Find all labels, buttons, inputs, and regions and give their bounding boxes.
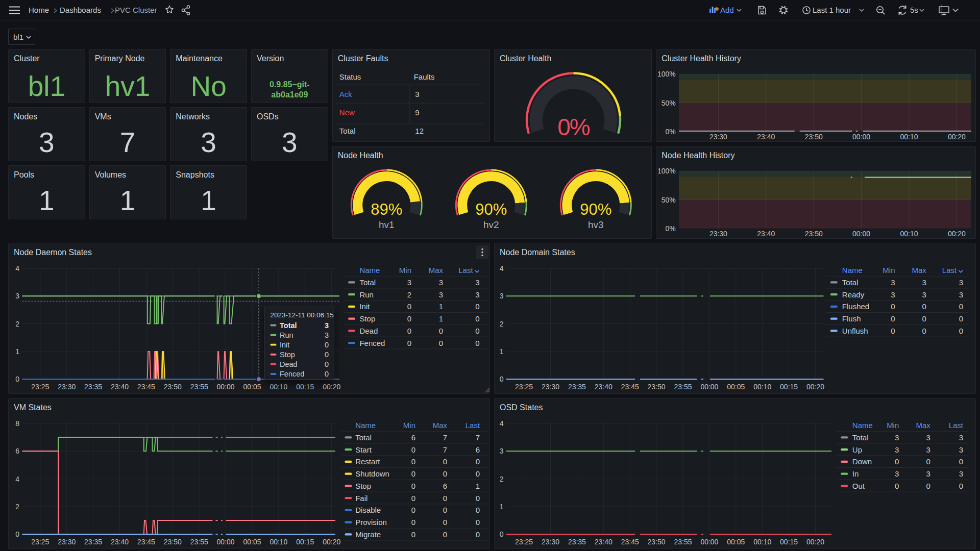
svg-text:50%: 50% bbox=[662, 99, 676, 107]
svg-text:23:25: 23:25 bbox=[515, 538, 533, 546]
svg-text:4: 4 bbox=[500, 264, 504, 272]
svg-text:23:35: 23:35 bbox=[568, 538, 586, 546]
svg-text:Faults: Faults bbox=[413, 72, 434, 81]
svg-text:Dead: Dead bbox=[280, 360, 298, 368]
svg-text:Restart: Restart bbox=[355, 457, 380, 466]
svg-text:Last: Last bbox=[458, 266, 473, 274]
svg-text:0: 0 bbox=[475, 327, 479, 335]
svg-text:50%: 50% bbox=[662, 196, 676, 204]
svg-text:0%: 0% bbox=[666, 224, 676, 233]
svg-text:0: 0 bbox=[411, 469, 415, 478]
svg-text:Down: Down bbox=[852, 457, 872, 466]
svg-text:0: 0 bbox=[324, 370, 328, 378]
svg-text:Migrate: Migrate bbox=[355, 530, 381, 539]
svg-text:0: 0 bbox=[475, 302, 479, 311]
svg-text:0: 0 bbox=[324, 360, 328, 368]
svg-text:Run: Run bbox=[359, 290, 374, 299]
svg-text:Init: Init bbox=[280, 340, 289, 348]
svg-text:0: 0 bbox=[926, 482, 930, 490]
svg-text:Fenced: Fenced bbox=[280, 370, 304, 378]
svg-text:23:35: 23:35 bbox=[84, 383, 102, 391]
svg-text:100%: 100% bbox=[657, 70, 676, 78]
svg-text:23:25: 23:25 bbox=[31, 383, 49, 391]
svg-text:2: 2 bbox=[500, 320, 504, 328]
svg-text:1: 1 bbox=[500, 347, 504, 356]
svg-text:0: 0 bbox=[411, 457, 415, 466]
svg-text:89%: 89% bbox=[371, 201, 402, 218]
svg-text:Total: Total bbox=[842, 278, 859, 287]
svg-text:Ack: Ack bbox=[339, 90, 352, 98]
svg-text:0: 0 bbox=[476, 530, 480, 539]
svg-text:3: 3 bbox=[475, 278, 479, 287]
svg-text:Provision: Provision bbox=[355, 518, 387, 527]
svg-text:Stop: Stop bbox=[359, 314, 375, 323]
svg-text:0: 0 bbox=[922, 327, 926, 335]
svg-text:23:50: 23:50 bbox=[164, 383, 182, 391]
svg-text:2: 2 bbox=[15, 503, 19, 511]
svg-text:Min: Min bbox=[883, 266, 895, 274]
svg-text:00:20: 00:20 bbox=[806, 538, 824, 546]
svg-text:4: 4 bbox=[500, 419, 504, 428]
svg-text:Max: Max bbox=[916, 421, 930, 430]
svg-text:3: 3 bbox=[891, 290, 895, 299]
svg-text:00:05: 00:05 bbox=[727, 383, 745, 391]
svg-text:Stop: Stop bbox=[355, 482, 371, 490]
svg-text:0: 0 bbox=[476, 506, 480, 514]
svg-text:23:25: 23:25 bbox=[31, 538, 49, 546]
svg-text:23:55: 23:55 bbox=[190, 383, 208, 391]
svg-text:2: 2 bbox=[500, 475, 504, 483]
svg-text:23:55: 23:55 bbox=[674, 383, 692, 391]
svg-text:hv3: hv3 bbox=[588, 219, 604, 230]
svg-text:23:25: 23:25 bbox=[515, 383, 533, 391]
svg-text:3: 3 bbox=[324, 321, 328, 329]
svg-text:3: 3 bbox=[922, 290, 926, 299]
svg-text:0: 0 bbox=[475, 339, 479, 347]
svg-text:Fail: Fail bbox=[355, 494, 368, 503]
svg-text:00:15: 00:15 bbox=[296, 383, 314, 391]
svg-text:4: 4 bbox=[15, 475, 19, 483]
svg-text:00:10: 00:10 bbox=[270, 383, 287, 391]
svg-text:3: 3 bbox=[439, 278, 443, 287]
svg-text:0: 0 bbox=[15, 530, 19, 538]
svg-text:00:10: 00:10 bbox=[753, 538, 771, 546]
svg-text:90%: 90% bbox=[580, 201, 611, 218]
svg-text:3: 3 bbox=[895, 433, 899, 442]
svg-text:0: 0 bbox=[443, 530, 447, 539]
svg-text:Name: Name bbox=[355, 421, 376, 430]
svg-text:0: 0 bbox=[959, 302, 963, 311]
svg-text:23:50: 23:50 bbox=[805, 133, 823, 141]
svg-text:hv2: hv2 bbox=[483, 219, 499, 230]
svg-text:3: 3 bbox=[959, 290, 963, 299]
svg-text:23:55: 23:55 bbox=[674, 538, 692, 546]
svg-text:23:50: 23:50 bbox=[164, 538, 182, 546]
svg-text:Name: Name bbox=[842, 266, 863, 274]
svg-text:Min: Min bbox=[887, 421, 899, 430]
svg-text:Flush: Flush bbox=[842, 314, 861, 323]
svg-text:Fenced: Fenced bbox=[359, 339, 385, 347]
svg-text:3: 3 bbox=[475, 290, 479, 299]
svg-text:0: 0 bbox=[411, 506, 415, 514]
svg-text:00:00: 00:00 bbox=[217, 383, 235, 391]
svg-text:3: 3 bbox=[926, 445, 930, 454]
svg-text:4: 4 bbox=[15, 264, 19, 272]
svg-text:23:45: 23:45 bbox=[621, 383, 639, 391]
svg-text:Stop: Stop bbox=[280, 350, 295, 358]
svg-text:0: 0 bbox=[475, 314, 479, 323]
svg-text:00:05: 00:05 bbox=[243, 538, 261, 546]
svg-text:23:45: 23:45 bbox=[137, 383, 155, 391]
svg-text:Max: Max bbox=[433, 421, 448, 430]
svg-text:3: 3 bbox=[922, 278, 926, 287]
svg-text:7: 7 bbox=[443, 445, 447, 454]
svg-text:3: 3 bbox=[439, 290, 443, 299]
svg-text:00:15: 00:15 bbox=[780, 538, 798, 546]
svg-text:Min: Min bbox=[399, 266, 411, 274]
svg-text:Name: Name bbox=[359, 266, 380, 274]
svg-text:Last: Last bbox=[465, 421, 480, 430]
svg-text:Name: Name bbox=[852, 421, 873, 430]
svg-text:00:10: 00:10 bbox=[270, 538, 287, 546]
svg-text:9: 9 bbox=[415, 108, 419, 117]
svg-text:00:05: 00:05 bbox=[727, 538, 745, 546]
svg-text:0: 0 bbox=[407, 339, 411, 347]
svg-text:00:00: 00:00 bbox=[700, 538, 718, 546]
svg-text:0: 0 bbox=[500, 375, 504, 383]
